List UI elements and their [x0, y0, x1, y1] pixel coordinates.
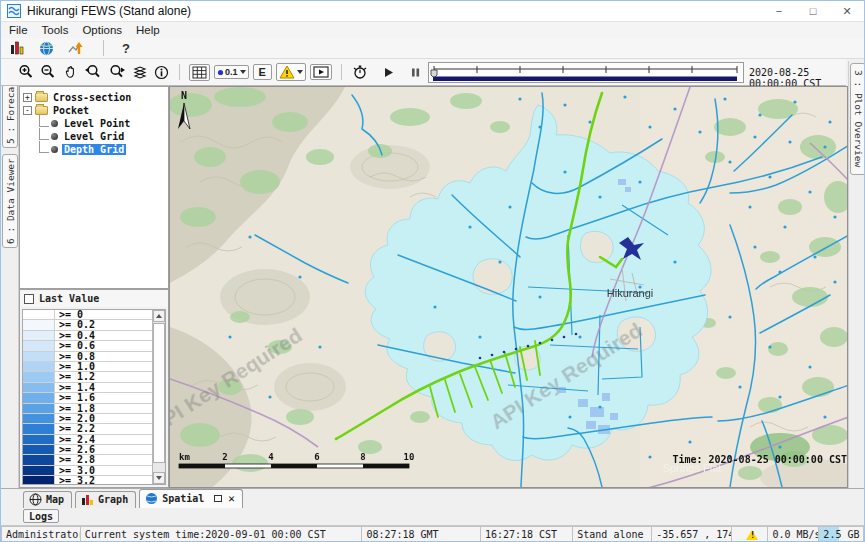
svg-text:2: 2	[222, 452, 227, 462]
info-button[interactable]	[153, 64, 170, 81]
chevron-down-icon	[297, 70, 303, 74]
grid-display-button[interactable]	[189, 64, 210, 81]
legend-panel: Last Value >= 0 >= 0.2 >= 0.4 >= 0.6 >= …	[19, 289, 169, 488]
tab-plot-overview[interactable]: 3 : Plot Overview	[850, 63, 865, 175]
zoom-previous-icon	[84, 64, 102, 80]
status-bar: Administrator Current system time:2020-0…	[1, 525, 864, 542]
legend-row: >= 1.6	[23, 393, 152, 403]
status-local-time: 16:27:18 CST	[481, 526, 573, 542]
pan-button[interactable]	[61, 63, 79, 81]
maximize-button[interactable]: □	[796, 1, 830, 21]
menu-help[interactable]: Help	[136, 24, 160, 36]
layers-button[interactable]	[131, 64, 149, 81]
scroll-up-button[interactable]	[153, 310, 165, 322]
zoom-next-icon	[108, 64, 126, 80]
scrollbar-thumb[interactable]	[153, 323, 165, 463]
tree-item-depth-grid[interactable]: Depth Grid	[20, 143, 168, 155]
svg-text:4: 4	[268, 452, 274, 462]
logs-row: Logs	[1, 508, 864, 525]
toolbar-separator	[341, 64, 342, 80]
expander-icon[interactable]: +	[23, 93, 32, 102]
animation-button[interactable]	[310, 64, 332, 80]
zoom-next-button[interactable]	[107, 63, 127, 81]
zoom-previous-button[interactable]	[83, 63, 103, 81]
status-gmt-time: 08:27:18 GMT	[362, 526, 481, 542]
warning-icon	[746, 530, 758, 540]
menu-file[interactable]: File	[9, 24, 28, 36]
map-view[interactable]: API Key Required API Key Required Hikura…	[169, 86, 848, 488]
help-button[interactable]: ?	[121, 40, 131, 57]
tab-graph[interactable]: Graph	[75, 491, 136, 508]
legend-scrollbar[interactable]	[152, 310, 165, 484]
tab-forecast[interactable]: 5 : Forecast	[2, 86, 18, 148]
animation-settings-button[interactable]	[351, 63, 369, 81]
warning-icon	[279, 65, 295, 79]
status-warning[interactable]	[732, 526, 769, 542]
spatial-display-button[interactable]	[38, 40, 55, 57]
zoom-in-button[interactable]	[17, 63, 35, 81]
legend-swatch	[23, 466, 55, 475]
class-interval-dropdown[interactable]: 0.1	[214, 65, 249, 79]
svg-text:8: 8	[360, 452, 365, 462]
zoom-out-button[interactable]	[39, 63, 57, 81]
status-memory: 2.5 GB	[819, 526, 864, 542]
menu-bar: File Tools Options Help	[1, 22, 864, 38]
maximize-tab-icon[interactable]	[214, 495, 222, 502]
legend-swatch	[23, 445, 55, 454]
close-button[interactable]: ✕	[830, 1, 864, 21]
node-bullet-icon	[51, 146, 58, 153]
legend-swatch	[23, 320, 55, 329]
longitudinal-profile-button[interactable]: E	[253, 64, 272, 80]
node-bullet-icon	[51, 120, 58, 127]
last-value-checkbox[interactable]	[24, 294, 34, 304]
minimize-button[interactable]: −	[762, 1, 796, 21]
movie-icon	[313, 66, 329, 78]
status-coordinates: -35.657 , 174.199	[652, 526, 732, 542]
close-tab-icon[interactable]: ✕	[228, 492, 235, 505]
time-slider-canvas	[429, 63, 743, 82]
database-display-button[interactable]	[9, 40, 26, 56]
timeseries-display-button[interactable]	[67, 40, 86, 57]
app-logo-icon	[7, 4, 21, 18]
bottom-tab-bar: Map Graph Spatial ✕	[1, 488, 864, 508]
stopwatch-icon	[352, 64, 368, 80]
folder-icon	[35, 106, 48, 115]
map-time-label: Time: 2020-08-25 00:00:00 CST	[672, 454, 847, 465]
status-system-time: Current system time:2020-09-01 00:00 CST	[81, 526, 363, 542]
tree-item-cross-section[interactable]: + Cross-section	[20, 91, 168, 103]
toolbar-separator	[103, 40, 104, 56]
hand-icon	[62, 64, 78, 80]
tree-connector	[39, 115, 49, 127]
tab-spatial[interactable]: Spatial ✕	[139, 489, 243, 508]
tab-logs[interactable]: Logs	[23, 509, 59, 523]
north-label: N	[181, 90, 187, 101]
tab-data-viewer[interactable]: 6 : Data Viewer	[2, 154, 18, 248]
tree-connector	[39, 141, 49, 153]
map-canvas: API Key Required API Key Required Hikura…	[170, 87, 848, 488]
wireframe-globe-icon	[29, 493, 42, 506]
svg-text:6: 6	[314, 452, 319, 462]
legend-swatch	[23, 310, 55, 319]
thresholds-dropdown[interactable]	[276, 63, 306, 81]
tree-connector	[39, 128, 49, 140]
profile-label: E	[256, 66, 269, 78]
tab-map[interactable]: Map	[23, 491, 72, 508]
time-slider[interactable]	[428, 62, 744, 83]
node-bullet-icon	[51, 133, 58, 140]
scroll-down-button[interactable]	[153, 472, 165, 484]
svg-text:10: 10	[404, 452, 415, 462]
expander-icon[interactable]: -	[23, 106, 32, 115]
legend-swatch	[23, 424, 55, 433]
legend-swatch	[23, 352, 55, 361]
legend-swatch	[23, 331, 55, 340]
status-mode: Stand alone	[573, 526, 652, 542]
legend-swatch	[23, 414, 55, 423]
menu-tools[interactable]: Tools	[42, 24, 69, 36]
tree-item-pocket[interactable]: - Pocket	[20, 104, 168, 116]
menu-options[interactable]: Options	[82, 24, 122, 36]
play-button[interactable]	[381, 65, 396, 80]
town-label: Hikurangi	[607, 287, 653, 299]
title-bar: Hikurangi FEWS (Stand alone) − □ ✕	[1, 1, 864, 22]
legend-swatch	[23, 435, 55, 444]
pause-button[interactable]	[408, 65, 423, 80]
